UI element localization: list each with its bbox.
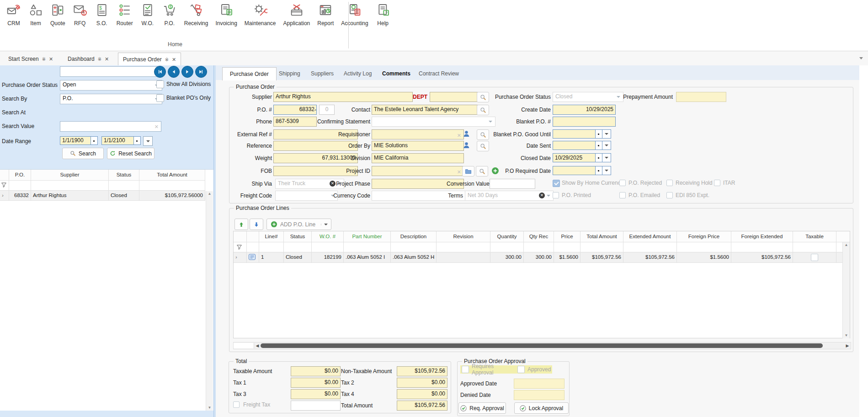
ribbon-item-accounting[interactable]: Accounting <box>337 2 372 27</box>
tax3-field[interactable]: $0.00 <box>291 389 341 399</box>
blanket-only-checkbox[interactable] <box>156 94 164 102</box>
tab-overflow-chevron-icon[interactable] <box>859 57 863 59</box>
add-line-dropdown-button[interactable] <box>321 224 328 225</box>
col-wo[interactable]: W.O. # <box>312 231 344 242</box>
results-vertical-scrollbar[interactable]: ▲ ▼ <box>206 191 213 411</box>
freight-tax-checkbox[interactable] <box>233 401 240 408</box>
tax4-field[interactable]: $0.00 <box>397 389 447 399</box>
col-quantity[interactable]: Quantity <box>490 231 524 242</box>
show-all-divisions-checkbox[interactable] <box>156 80 164 88</box>
add-po-line-button[interactable]: ADD P.O. Line <box>266 219 331 230</box>
taxable-amount-field[interactable]: $0.00 <box>291 366 341 376</box>
project-id-field[interactable]: ✕ <box>372 166 464 176</box>
tab-start-screen[interactable]: Start Screen ※ ✕ <box>4 53 58 65</box>
receiving-hold-checkbox[interactable] <box>666 180 673 186</box>
date-dropdown-button[interactable] <box>602 166 611 175</box>
lines-row[interactable]: › 1 Closed 182199 .063 Alum 5052 I .063 … <box>234 252 850 263</box>
blanket-good-until-field[interactable] <box>553 129 611 139</box>
approved-check[interactable]: Approved <box>516 365 552 374</box>
col-po[interactable]: P.O. <box>9 170 31 181</box>
lock-approval-button[interactable]: Lock Approval <box>514 402 569 414</box>
col-extended[interactable]: Extended Amount <box>623 231 677 242</box>
edi-850-checkbox[interactable] <box>666 192 673 198</box>
order-by-field[interactable]: MIE Solutions <box>372 141 464 151</box>
date-dropdown-button[interactable] <box>602 141 611 150</box>
col-foreign-extended[interactable]: Foreign Extended <box>731 231 793 242</box>
requires-approval-checkbox[interactable] <box>462 366 469 373</box>
lines-vertical-scrollbar[interactable]: ▲ ▼ <box>842 242 850 338</box>
move-line-up-button[interactable] <box>234 219 248 230</box>
pin-icon[interactable]: ※ <box>165 57 169 62</box>
search-by-select[interactable]: P.O. <box>60 94 162 104</box>
total-amount-field[interactable]: $105,972.56 <box>397 401 447 411</box>
date-dropdown-button[interactable] <box>602 153 611 162</box>
ribbon-item-application[interactable]: Application <box>280 2 314 27</box>
blanket-po-field[interactable] <box>553 117 616 127</box>
results-row[interactable]: › 68332 Arthur Rightus Closed $105,972.5… <box>0 191 213 201</box>
pin-icon[interactable]: ※ <box>98 57 101 62</box>
col-status[interactable]: Status <box>284 231 312 242</box>
quick-search-input[interactable]: ✕ <box>60 66 161 77</box>
taxable-checkbox[interactable] <box>811 254 818 261</box>
tab-purchase-order[interactable]: Purchase Order ※ ✕ <box>118 53 181 66</box>
col-status[interactable]: Status <box>109 170 139 181</box>
conversion-value-field[interactable] <box>490 179 535 189</box>
tax2-field[interactable]: $0.00 <box>397 378 447 388</box>
close-icon[interactable]: ✕ <box>172 57 176 63</box>
ribbon-item-receiving[interactable]: Receiving <box>181 2 212 27</box>
reset-search-button[interactable]: Reset Search <box>107 148 154 159</box>
division-field[interactable]: MIE California <box>372 153 464 163</box>
ribbon-item-report[interactable]: Report <box>314 2 337 27</box>
date-range-dropdown-button[interactable] <box>143 136 153 146</box>
date-dot-button[interactable] <box>595 166 602 175</box>
tab-po-detail[interactable]: Purchase Order <box>222 67 277 80</box>
dept-field[interactable] <box>430 92 479 102</box>
order-by-person-icon[interactable] <box>463 141 470 150</box>
po-status2-select[interactable]: Closed <box>553 92 623 102</box>
col-revision[interactable]: Revision <box>437 231 490 242</box>
col-foreign-price[interactable]: Foreign Price <box>677 231 731 242</box>
requisitioner-field[interactable]: ✕ <box>372 129 464 139</box>
closed-date-field[interactable]: 10/29/2025 <box>553 153 611 162</box>
scrollbar-thumb[interactable] <box>261 343 823 348</box>
requisitioner-person-icon[interactable] <box>463 130 470 139</box>
supplier-field[interactable]: Arthur Rightus <box>273 92 413 102</box>
results-filter-row[interactable] <box>0 181 213 191</box>
last-record-button[interactable] <box>195 66 207 78</box>
requires-approval-check[interactable]: Requires Approval <box>460 365 516 374</box>
req-approval-button[interactable]: Req. Approval <box>458 402 506 414</box>
ribbon-item-crm[interactable]: CRM <box>3 2 25 27</box>
tax1-field[interactable]: $0.00 <box>291 378 341 388</box>
ribbon-item-router[interactable]: Router <box>113 2 137 27</box>
date-dot-button[interactable] <box>595 141 602 150</box>
po-printed-checkbox[interactable] <box>553 192 559 198</box>
search-button[interactable]: Search <box>62 148 104 159</box>
po-number-field[interactable]: 68332 <box>273 105 317 115</box>
date-dot-button[interactable] <box>91 136 98 145</box>
prepayment-field[interactable] <box>676 92 726 102</box>
project-lookup-button[interactable] <box>476 166 488 176</box>
date-from-input[interactable]: 1/1/1900 <box>60 136 98 145</box>
non-taxable-field[interactable]: $105,972.56 <box>397 366 447 376</box>
lines-filter-row[interactable] <box>234 242 850 252</box>
po-required-date-field[interactable] <box>553 166 611 175</box>
contact-field[interactable]: The Estelle Leonard Talent Agency <box>372 105 479 115</box>
tab-suppliers[interactable]: Suppliers <box>304 67 341 80</box>
ribbon-item-invoicing[interactable]: Invoicing <box>212 2 240 27</box>
col-line[interactable]: Line# <box>259 231 284 242</box>
col-qty-rec[interactable]: Qty Rec <box>524 231 554 242</box>
date-dot-button[interactable] <box>595 153 602 162</box>
move-line-down-button[interactable] <box>250 219 263 230</box>
clear-icon[interactable]: ✕ <box>154 123 159 131</box>
search-value-input[interactable]: ✕ <box>60 121 161 132</box>
col-price[interactable]: Price <box>554 231 580 242</box>
tab-activity-log[interactable]: Activity Log <box>336 67 379 80</box>
next-record-button[interactable] <box>181 66 193 78</box>
date-sent-field[interactable] <box>553 141 611 150</box>
freight-tax-field[interactable] <box>291 401 341 411</box>
col-part[interactable]: Part Number <box>344 231 391 242</box>
approved-checkbox[interactable] <box>517 366 525 373</box>
pin-icon[interactable]: ※ <box>42 57 46 62</box>
ribbon-item-po[interactable]: $ P.O. <box>159 2 181 27</box>
col-supplier[interactable]: Supplier <box>31 170 109 181</box>
